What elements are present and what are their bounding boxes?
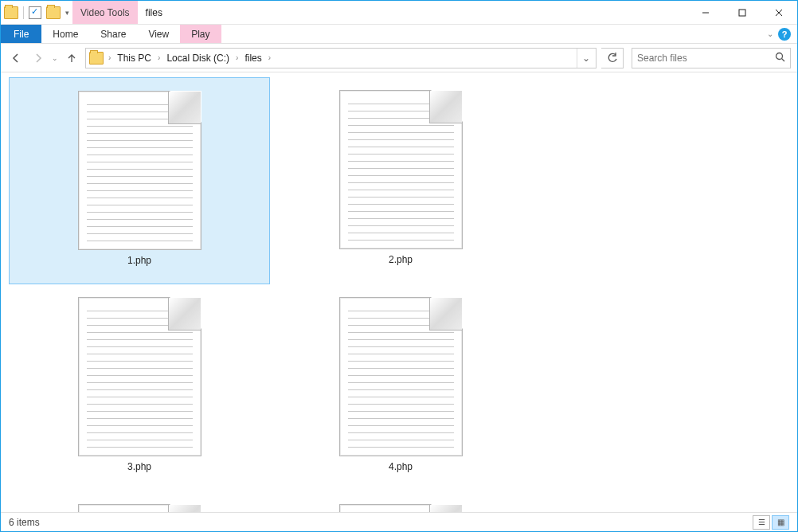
svg-point-4 <box>776 53 783 59</box>
help-icon[interactable]: ? <box>778 28 791 41</box>
properties-checkbox-icon[interactable] <box>29 6 41 19</box>
file-item[interactable]: 5.php <box>9 491 270 512</box>
file-name-label: 1.php <box>127 255 151 266</box>
search-icon[interactable] <box>775 52 785 65</box>
tab-share[interactable]: Share <box>89 25 137 43</box>
title-bar: ▾ Video Tools files <box>1 1 797 25</box>
close-button[interactable] <box>761 1 797 24</box>
forward-button[interactable] <box>29 49 47 67</box>
chevron-right-icon[interactable]: › <box>267 53 272 62</box>
address-dropdown-chevron-icon[interactable]: ⌄ <box>577 49 594 68</box>
qat-customize-chevron-icon[interactable]: ▾ <box>62 9 72 17</box>
address-folder-icon <box>89 52 104 65</box>
file-list-pane[interactable]: 1.php2.php3.php4.php5.php6.php <box>1 72 797 512</box>
back-button[interactable] <box>7 49 25 67</box>
tab-file[interactable]: File <box>1 25 41 43</box>
details-view-button[interactable]: ☰ <box>753 515 770 530</box>
context-tools-label: Video Tools <box>80 7 130 18</box>
tab-play[interactable]: Play <box>180 25 221 43</box>
file-item[interactable]: 2.php <box>270 77 531 284</box>
item-count-label: 6 items <box>9 517 40 528</box>
quick-access-toolbar: ▾ <box>1 1 72 24</box>
file-item[interactable]: 1.php <box>9 77 270 284</box>
up-button[interactable] <box>63 49 80 67</box>
search-input[interactable] <box>637 53 775 64</box>
contextual-tab-header: Video Tools <box>72 1 138 24</box>
document-icon <box>339 82 463 249</box>
file-name-label: 4.php <box>389 461 413 472</box>
file-item[interactable]: 6.php <box>270 491 531 512</box>
maximize-button[interactable] <box>724 1 761 24</box>
folder-icon[interactable] <box>4 6 18 19</box>
navigation-bar: ⌄ › This PC›Local Disk (C:)›files› ⌄ <box>1 44 797 72</box>
svg-rect-1 <box>739 10 745 16</box>
chevron-right-icon[interactable]: › <box>107 53 112 62</box>
document-icon <box>339 289 463 456</box>
document-icon <box>339 496 463 512</box>
tab-view[interactable]: View <box>137 25 180 43</box>
document-icon <box>78 289 201 456</box>
breadcrumb-segment[interactable]: Local Disk (C:) <box>162 49 234 68</box>
qat-separator <box>23 6 24 19</box>
address-bar[interactable]: › This PC›Local Disk (C:)›files› ⌄ <box>85 48 597 68</box>
icons-view-button[interactable]: ▦ <box>772 515 789 530</box>
window-title: files <box>138 1 687 24</box>
breadcrumb-segment[interactable]: This PC <box>112 49 156 68</box>
minimize-button[interactable] <box>687 1 724 24</box>
file-name-label: 2.php <box>389 254 413 265</box>
refresh-button[interactable] <box>601 48 624 68</box>
ribbon-tabs: File Home Share View Play ⌄ ? <box>1 25 797 44</box>
file-item[interactable]: 3.php <box>9 284 270 491</box>
breadcrumb-segment[interactable]: files <box>240 49 266 68</box>
svg-line-5 <box>782 58 785 61</box>
status-bar: 6 items ☰ ▦ <box>1 512 797 531</box>
search-box[interactable] <box>632 48 791 68</box>
chevron-right-icon[interactable]: › <box>234 53 240 62</box>
window-title-text: files <box>146 7 162 18</box>
file-item[interactable]: 4.php <box>270 284 531 491</box>
chevron-right-icon[interactable]: › <box>156 53 162 62</box>
document-icon <box>78 496 201 512</box>
recent-locations-chevron-icon[interactable]: ⌄ <box>52 54 58 62</box>
file-name-label: 3.php <box>127 461 151 472</box>
window-controls <box>687 1 797 24</box>
ribbon-collapse-chevron-icon[interactable]: ⌄ <box>767 29 773 38</box>
new-folder-icon[interactable] <box>46 6 61 19</box>
tab-home[interactable]: Home <box>41 25 89 43</box>
document-icon <box>78 83 201 250</box>
